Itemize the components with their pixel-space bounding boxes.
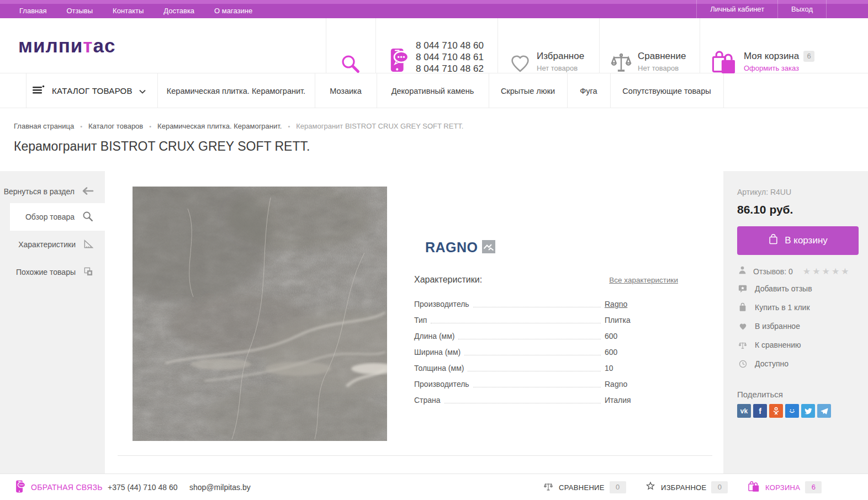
favorites-block[interactable]: Избранное Нет товаров: [537, 51, 584, 72]
phone-number: 8 044 710 48 62: [416, 63, 484, 75]
availability-status: Доступно: [737, 354, 812, 373]
comparison-block[interactable]: Сравнение Нет товаров: [638, 51, 686, 72]
cart-block[interactable]: Моя корзина 6 Оформить заказ: [744, 51, 814, 73]
spec-row: ПроизводительRagno: [414, 374, 685, 390]
arrow-left-icon: [82, 187, 94, 197]
sidebar-item-specs[interactable]: Характеристики: [0, 231, 105, 258]
nav-item-stone[interactable]: Декоративный камень: [377, 73, 489, 108]
reviews-count: Отзывов: 0: [753, 267, 793, 276]
topbar-link-home[interactable]: Главная: [19, 4, 46, 18]
ruler-icon: [83, 238, 94, 251]
rating-stars: [803, 266, 849, 276]
topbar-right-nav: Личный кабинет Выход: [696, 0, 827, 18]
star-icon: [841, 266, 849, 276]
telegram-icon[interactable]: [817, 404, 831, 418]
bag-icon: [768, 233, 779, 248]
breadcrumb-current: Керамогранит BISTROT CRUX GREY SOFT RETT…: [296, 122, 463, 130]
search-icon[interactable]: [340, 53, 361, 75]
divider: [497, 18, 498, 73]
reviews-row: Отзывов: 0: [737, 265, 849, 278]
topbar: Главная Отзывы Контакты Доставка О магаз…: [0, 0, 868, 18]
catalog-menu-button[interactable]: КАТАЛОГ ТОВАРОВ: [32, 73, 146, 108]
topbar-link-contacts[interactable]: Контакты: [113, 4, 144, 18]
divider: [326, 18, 326, 73]
phone-number: 8 044 710 48 60: [416, 40, 484, 51]
review-bubble-icon: [737, 284, 748, 294]
breadcrumb-separator: [80, 122, 82, 130]
nav-item-related[interactable]: Сопутствующие товары: [610, 73, 723, 108]
clock-icon: [737, 359, 748, 369]
twitter-icon[interactable]: [801, 404, 815, 418]
header: милпитас 8 044 710 48 60 8 044 710 48 61: [0, 18, 868, 73]
cart-count-badge: 6: [805, 481, 822, 493]
back-to-section-link[interactable]: Вернуться в раздел: [0, 180, 105, 203]
nav-item-grout[interactable]: Фуга: [567, 73, 610, 108]
add-review-link[interactable]: Добавить отзыв: [737, 279, 812, 298]
odnoklassniki-icon[interactable]: [769, 404, 783, 418]
footer-phone: +375 (44) 710 48 60: [108, 474, 178, 500]
topbar-link-logout[interactable]: Выход: [777, 0, 827, 18]
scales-icon: [737, 341, 748, 350]
heart-icon: [737, 322, 748, 331]
footer-comparison[interactable]: СРАВНЕНИЕ 0: [543, 474, 626, 500]
moymir-icon[interactable]: [785, 404, 799, 418]
spec-row: СтранаИталия: [414, 390, 685, 406]
all-specs-link[interactable]: Все характеристики: [609, 276, 678, 284]
phone-chat-icon: [14, 480, 26, 495]
specs-title: Характеристики:: [414, 275, 482, 285]
buy-one-click-link[interactable]: Купить в 1 клик: [737, 298, 812, 317]
divider: [723, 73, 724, 108]
bag-icon: [737, 302, 748, 312]
breadcrumb-separator: [288, 122, 290, 130]
add-to-cart-button[interactable]: В корзину: [737, 226, 859, 255]
comparison-count-badge: 0: [610, 481, 626, 493]
breadcrumb-catalog[interactable]: Каталог товаров: [88, 122, 143, 130]
vk-icon[interactable]: vk: [737, 404, 751, 418]
price: 86.10 руб.: [737, 203, 793, 216]
topbar-link-delivery[interactable]: Доставка: [163, 4, 194, 18]
nav-item-tiles[interactable]: Керамическая плитка. Керамогранит.: [157, 73, 315, 108]
brand-logo: RAGNO: [425, 240, 495, 256]
footer: ОБРАТНАЯ СВЯЗЬ +375 (44) 710 48 60 shop@…: [0, 474, 868, 500]
main-nav: КАТАЛОГ ТОВАРОВ Керамическая плитка. Кер…: [0, 73, 868, 108]
content-divider: [118, 455, 712, 456]
hamburger-icon: [32, 85, 45, 97]
product-image[interactable]: [133, 187, 387, 441]
brand-mark-icon: [482, 240, 495, 256]
page-title: Керамогранит BISTROT CRUX GREY SOFT RETT…: [14, 139, 310, 154]
chevron-down-icon: [139, 86, 146, 96]
nav-item-hatches[interactable]: Скрытые люки: [489, 73, 567, 108]
breadcrumb-home[interactable]: Главная страница: [14, 122, 74, 130]
share-label: Поделиться: [737, 390, 783, 399]
topbar-link-account[interactable]: Личный кабинет: [696, 0, 777, 18]
add-to-comparison-link[interactable]: К сравнению: [737, 336, 812, 354]
footer-email[interactable]: shop@milpitas.by: [189, 474, 251, 500]
divider: [375, 18, 376, 73]
favorites-count-badge: 0: [711, 481, 728, 493]
star-icon: [803, 266, 811, 276]
topbar-link-reviews[interactable]: Отзывы: [66, 4, 93, 18]
divider: [599, 18, 600, 73]
topbar-link-about[interactable]: О магазине: [214, 4, 252, 18]
star-outline-icon: [645, 481, 656, 494]
add-to-favorites-link[interactable]: В избранное: [737, 317, 812, 336]
sku: Артикул: R4UU: [737, 188, 791, 196]
divider: [26, 73, 27, 108]
site-logo[interactable]: милпитас: [18, 35, 115, 57]
scales-icon: [543, 481, 554, 494]
facebook-icon[interactable]: f: [753, 404, 767, 418]
manufacturer-link[interactable]: Ragno: [605, 299, 685, 310]
cart-count-badge: 6: [803, 51, 814, 62]
nav-item-mosaic[interactable]: Мозаика: [315, 73, 377, 108]
breadcrumb-category[interactable]: Керамическая плитка. Керамогранит.: [157, 122, 282, 130]
magnifier-icon: [82, 210, 94, 224]
footer-favorites[interactable]: ИЗБРАННОЕ 0: [645, 474, 728, 500]
sidebar-item-similar[interactable]: Похожие товары: [0, 258, 105, 286]
feedback-link[interactable]: ОБРАТНАЯ СВЯЗЬ: [14, 474, 103, 500]
spec-row: Толщина (мм)10: [414, 358, 685, 374]
phone-number: 8 044 710 48 61: [416, 51, 484, 63]
spec-row: Длина (мм)600: [414, 326, 685, 342]
checkout-link[interactable]: Оформить заказ: [744, 64, 799, 72]
footer-cart[interactable]: КОРЗИНА 6: [747, 474, 822, 500]
sidebar-item-overview[interactable]: Обзор товара: [10, 203, 105, 231]
